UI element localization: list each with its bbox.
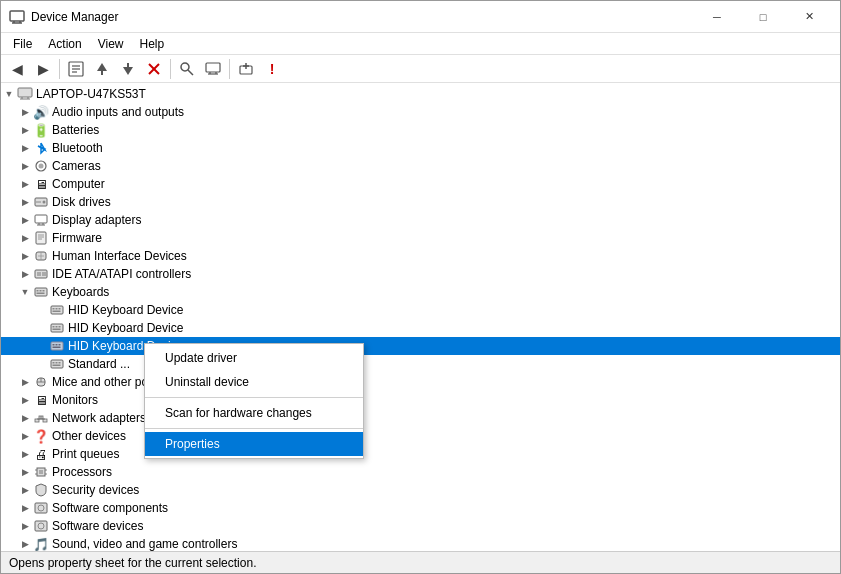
tree-item-monitors[interactable]: ▶ 🖥 Monitors [1,391,840,409]
audio-label: Audio inputs and outputs [52,105,184,119]
tree-item-processors[interactable]: ▶ Processors [1,463,840,481]
cameras-expand-icon[interactable]: ▶ [17,158,33,174]
processors-expand-icon[interactable]: ▶ [17,464,33,480]
menu-help[interactable]: Help [132,33,173,55]
svg-rect-65 [53,347,61,349]
bluetooth-label: Bluetooth [52,141,103,155]
update-driver-toolbar-button[interactable] [90,57,114,81]
tree-root[interactable]: ▼ LAPTOP-U47KS53T [1,85,840,103]
properties-toolbar-button[interactable] [64,57,88,81]
status-text: Opens property sheet for the current sel… [9,556,256,570]
mice-expand-icon[interactable]: ▶ [17,374,33,390]
disk-expand-icon[interactable]: ▶ [17,194,33,210]
scan-toolbar-button[interactable] [175,57,199,81]
svg-rect-57 [53,326,55,328]
tree-item-other[interactable]: ▶ ❓ Other devices [1,427,840,445]
close-button[interactable]: ✕ [786,1,832,33]
ctx-properties[interactable]: Properties [145,432,363,456]
menu-view[interactable]: View [90,33,132,55]
network-label: Network adapters [52,411,146,425]
print-label: Print queues [52,447,119,461]
keyboards-expand-icon[interactable]: ▼ [17,284,33,300]
processors-icon [33,464,49,480]
svg-rect-50 [37,293,45,295]
help-toolbar-button[interactable]: ! [260,57,284,81]
svg-rect-51 [51,306,63,314]
tree-item-network[interactable]: ▶ Network adapters [1,409,840,427]
ide-expand-icon[interactable]: ▶ [17,266,33,282]
tree-item-security[interactable]: ▶ Security devices [1,481,840,499]
tree-item-kbd1[interactable]: HID Keyboard Device [1,301,840,319]
device-tree[interactable]: ▼ LAPTOP-U47KS53T ▶ 🔊 Audio inputs an [1,83,840,551]
tree-item-computer[interactable]: ▶ 🖥 Computer [1,175,840,193]
svg-rect-32 [35,215,47,223]
tree-item-software-comp[interactable]: ▶ Software components [1,499,840,517]
hid-expand-icon[interactable]: ▶ [17,248,33,264]
computer-expand-icon[interactable]: ▶ [17,176,33,192]
firmware-expand-icon[interactable]: ▶ [17,230,33,246]
software-dev-expand-icon[interactable]: ▶ [17,518,33,534]
ctx-scan-hardware[interactable]: Scan for hardware changes [145,401,363,425]
tree-item-software-dev[interactable]: ▶ Software devices [1,517,840,535]
tree-item-cameras[interactable]: ▶ Cameras [1,157,840,175]
tree-item-display[interactable]: ▶ Display adapters [1,211,840,229]
print-expand-icon[interactable]: ▶ [17,446,33,462]
uninstall-toolbar-button[interactable] [142,57,166,81]
tree-item-batteries[interactable]: ▶ 🔋 Batteries [1,121,840,139]
print-icon: 🖨 [33,446,49,462]
tree-item-keyboards[interactable]: ▼ Keyboards [1,283,840,301]
tree-item-ide[interactable]: ▶ IDE ATA/ATAPI controllers [1,265,840,283]
firmware-label: Firmware [52,231,102,245]
svg-rect-0 [10,11,24,21]
window-title: Device Manager [31,10,694,24]
software-comp-icon [33,500,49,516]
monitors-expand-icon[interactable]: ▶ [17,392,33,408]
root-label: LAPTOP-U47KS53T [36,87,146,101]
audio-expand-icon[interactable]: ▶ [17,104,33,120]
ctx-uninstall-device[interactable]: Uninstall device [145,370,363,394]
software-comp-label: Software components [52,501,168,515]
tree-item-standard[interactable]: Standard ... [1,355,840,373]
network-icon [33,410,49,426]
forward-button[interactable]: ▶ [31,57,55,81]
menu-file[interactable]: File [5,33,40,55]
software-comp-expand-icon[interactable]: ▶ [17,500,33,516]
main-content: ▼ LAPTOP-U47KS53T ▶ 🔊 Audio inputs an [1,83,840,551]
title-bar: Device Manager ─ □ ✕ [1,1,840,33]
svg-point-30 [43,201,46,204]
maximize-button[interactable]: □ [740,1,786,33]
sound-expand-icon[interactable]: ▶ [17,536,33,551]
tree-item-firmware[interactable]: ▶ Firmware [1,229,840,247]
tree-item-sound[interactable]: ▶ 🎵 Sound, video and game controllers [1,535,840,551]
cameras-icon [33,158,49,174]
disk-icon [33,194,49,210]
tree-item-hid[interactable]: ▶ Human Interface Devices [1,247,840,265]
back-button[interactable]: ◀ [5,57,29,81]
tree-item-disk[interactable]: ▶ Disk drives [1,193,840,211]
tree-item-kbd2[interactable]: HID Keyboard Device [1,319,840,337]
svg-rect-44 [37,272,41,276]
svg-rect-69 [59,362,61,364]
svg-marker-8 [97,63,107,71]
disk-label: Disk drives [52,195,111,209]
other-expand-icon[interactable]: ▶ [17,428,33,444]
rollback-toolbar-button[interactable] [116,57,140,81]
minimize-button[interactable]: ─ [694,1,740,33]
bluetooth-expand-icon[interactable]: ▶ [17,140,33,156]
menu-action[interactable]: Action [40,33,89,55]
tree-item-bluetooth[interactable]: ▶ Bluetooth [1,139,840,157]
tree-item-print[interactable]: ▶ 🖨 Print queues [1,445,840,463]
add-legacy-toolbar-button[interactable] [234,57,258,81]
tree-item-audio[interactable]: ▶ 🔊 Audio inputs and outputs [1,103,840,121]
network-expand-icon[interactable]: ▶ [17,410,33,426]
security-icon [33,482,49,498]
batteries-expand-icon[interactable]: ▶ [17,122,33,138]
tree-item-kbd3[interactable]: HID Keyboard Device [1,337,840,355]
ctx-update-driver[interactable]: Update driver [145,346,363,370]
root-expand-icon[interactable]: ▼ [1,86,17,102]
app-icon [9,9,25,25]
display-expand-icon[interactable]: ▶ [17,212,33,228]
computer-toolbar-button[interactable] [201,57,225,81]
tree-item-mice[interactable]: ▶ Mice and other pointing devices [1,373,840,391]
security-expand-icon[interactable]: ▶ [17,482,33,498]
